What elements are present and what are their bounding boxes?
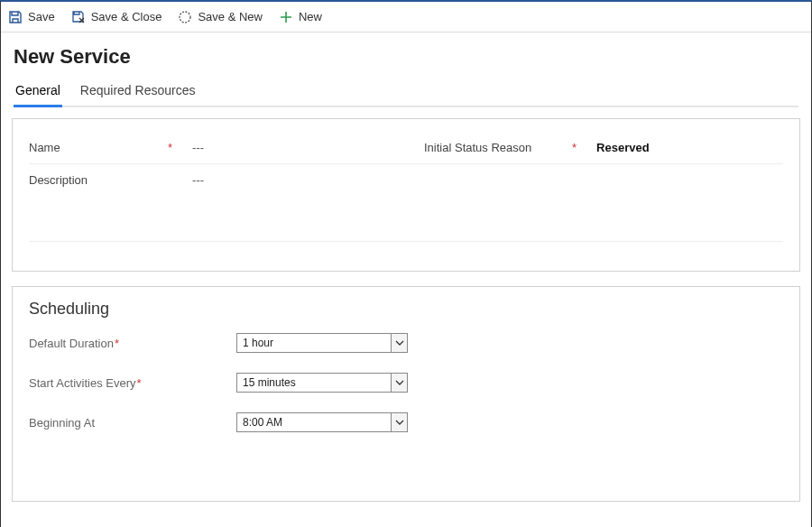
- save-label: Save: [28, 10, 55, 23]
- tabs-bar: General Required Resources: [14, 76, 798, 107]
- save-close-icon: [71, 10, 86, 24]
- name-label: Name: [29, 141, 164, 154]
- chevron-down-icon: [391, 374, 407, 392]
- default-duration-label-text: Default Duration: [29, 337, 114, 350]
- plus-icon: [279, 10, 293, 24]
- scheduling-title: Scheduling: [29, 300, 783, 319]
- save-close-label: Save & Close: [91, 10, 162, 23]
- start-activities-label-text: Start Activities Every: [29, 376, 135, 390]
- default-duration-label: Default Duration*: [29, 337, 236, 350]
- description-label: Description: [29, 173, 164, 187]
- new-label: New: [299, 10, 322, 23]
- required-star: *: [168, 141, 172, 154]
- start-activities-label: Start Activities Every*: [29, 376, 236, 390]
- start-activities-select[interactable]: 15 minutes: [236, 373, 408, 393]
- beginning-at-value: 8:00 AM: [237, 416, 391, 429]
- row-description: Description * ---: [29, 164, 783, 196]
- required-star: *: [572, 141, 577, 154]
- default-duration-value: 1 hour: [237, 337, 391, 349]
- save-close-button[interactable]: Save & Close: [71, 10, 162, 24]
- chevron-down-icon: [391, 334, 407, 352]
- page-title: New Service: [14, 45, 798, 69]
- content-area: Name * --- Initial Status Reason * Reser…: [1, 107, 811, 527]
- start-activities-value: 15 minutes: [237, 376, 391, 389]
- beginning-at-label: Beginning At: [29, 416, 236, 430]
- save-button[interactable]: Save: [8, 10, 55, 24]
- initial-status-label: Initial Status Reason: [424, 141, 568, 154]
- row-start-activities: Start Activities Every* 15 minutes: [29, 373, 783, 393]
- default-duration-select[interactable]: 1 hour: [236, 333, 408, 353]
- description-value[interactable]: ---: [176, 173, 204, 187]
- row-default-duration: Default Duration* 1 hour: [29, 333, 783, 353]
- chevron-down-icon: [391, 413, 407, 431]
- tab-general[interactable]: General: [14, 78, 62, 107]
- toolbar: Save Save & Close Save & New New: [1, 2, 811, 32]
- app-window: Save Save & Close Save & New New New Ser…: [0, 0, 812, 527]
- required-star: *: [136, 376, 141, 390]
- tab-required-resources[interactable]: Required Resources: [78, 78, 198, 107]
- page-header: New Service General Required Resources: [1, 32, 811, 107]
- save-new-label: Save & New: [198, 10, 263, 23]
- save-new-icon: [178, 10, 192, 24]
- row-name-status: Name * --- Initial Status Reason * Reser…: [29, 132, 783, 164]
- save-new-button[interactable]: Save & New: [178, 10, 263, 24]
- required-star: *: [115, 337, 119, 350]
- initial-status-value[interactable]: Reserved: [580, 141, 650, 154]
- general-section: Name * --- Initial Status Reason * Reser…: [12, 118, 800, 272]
- save-icon: [8, 10, 23, 24]
- name-value[interactable]: ---: [176, 141, 204, 154]
- scheduling-section: Scheduling Default Duration* 1 hour Star…: [12, 286, 800, 502]
- new-button[interactable]: New: [279, 10, 322, 24]
- row-beginning-at: Beginning At 8:00 AM: [29, 412, 783, 432]
- beginning-at-select[interactable]: 8:00 AM: [236, 412, 408, 432]
- svg-point-0: [180, 12, 190, 23]
